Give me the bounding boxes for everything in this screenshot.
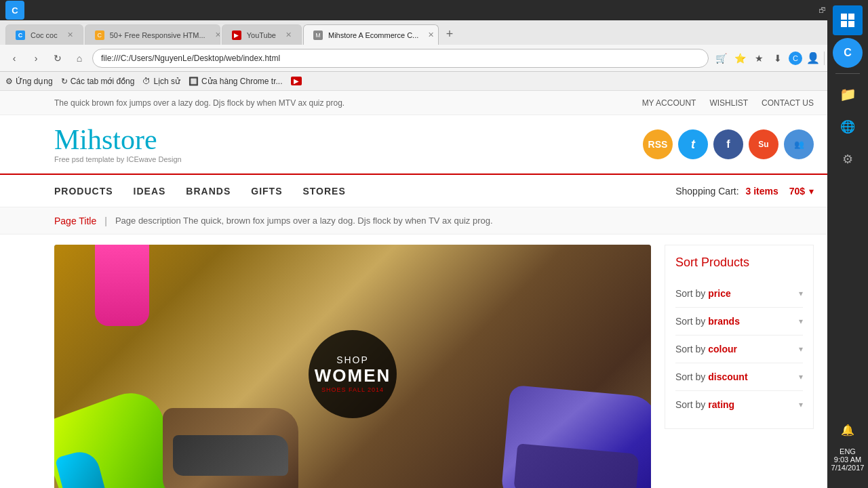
cart-price: 70$ bbox=[789, 186, 805, 197]
svg-rect-3 bbox=[848, 21, 854, 27]
tab-close-youtube[interactable]: ✕ bbox=[285, 30, 292, 39]
nav-products[interactable]: PRODUCTS bbox=[54, 186, 113, 197]
bookmarks-bar: ⚙ Ứng dụng ↻ Các tab mới đồng ⏱ Lịch sử … bbox=[0, 72, 868, 91]
rss-icon[interactable]: RSS bbox=[643, 129, 673, 159]
header: Mihstore Free psd template by ICEwave De… bbox=[0, 115, 868, 174]
sort-price[interactable]: Sort by price ▾ bbox=[675, 280, 803, 308]
sort-rating[interactable]: Sort by rating ▾ bbox=[675, 391, 803, 418]
bookmark-history[interactable]: ⏱ Lịch sử bbox=[142, 77, 180, 86]
tab-close-coccoc[interactable]: ✕ bbox=[67, 30, 73, 39]
tab-responsive[interactable]: C 50+ Free Responsive HTM... ✕ bbox=[85, 24, 220, 45]
nav-items: PRODUCTS IDEAS BRANDS GIFTS STORES bbox=[54, 186, 346, 197]
sort-brands[interactable]: Sort by brands ▾ bbox=[675, 308, 803, 336]
tab-label-youtube: YouTube bbox=[247, 31, 276, 39]
cart-dropdown-icon[interactable]: ▾ bbox=[809, 186, 814, 197]
nav-ideas[interactable]: IDEAS bbox=[134, 186, 166, 197]
browser-logo: C bbox=[5, 1, 24, 20]
url-text: file:///C:/Users/NguyenLe/Desktop/web/in… bbox=[101, 54, 280, 63]
badge-shop: SHOP bbox=[336, 354, 369, 365]
new-tab-button[interactable]: + bbox=[440, 24, 459, 43]
url-input[interactable]: file:///C:/Users/NguyenLe/Desktop/web/in… bbox=[92, 49, 709, 68]
sort-discount-label: Sort by discount bbox=[675, 371, 748, 382]
home-button[interactable]: ⌂ bbox=[71, 49, 88, 67]
back-button[interactable]: ‹ bbox=[5, 49, 23, 67]
sort-discount-arrow: ▾ bbox=[799, 372, 803, 382]
cart-count: 3 items bbox=[746, 186, 778, 197]
bookmark-youtube[interactable]: ▶ bbox=[291, 77, 302, 85]
circle-badge[interactable]: SHOP WOMEN SHOES FALL 2014 bbox=[309, 330, 397, 418]
coccoc-icon-label: C bbox=[844, 47, 852, 59]
yt-icon: ▶ bbox=[291, 77, 302, 85]
taskbar-folder[interactable]: 📁 bbox=[833, 79, 863, 109]
bookmark-apps[interactable]: ⚙ Ứng dụng bbox=[5, 77, 53, 86]
taskbar-notification[interactable]: 🔔 bbox=[833, 415, 863, 445]
taskbar-ie[interactable]: 🌐 bbox=[833, 112, 863, 142]
sort-discount[interactable]: Sort by discount ▾ bbox=[675, 363, 803, 391]
wishlist-link[interactable]: WISHLIST bbox=[709, 98, 748, 108]
store-icon: 🔲 bbox=[189, 77, 199, 86]
banner-area: SHOP WOMEN SHOES FALL 2014 bbox=[54, 245, 651, 488]
apps-icon: ⚙ bbox=[5, 77, 13, 86]
newtab-label: Các tab mới đồng bbox=[71, 77, 135, 86]
extension-icon[interactable]: C bbox=[789, 52, 802, 65]
tab-close-responsive[interactable]: ✕ bbox=[215, 30, 220, 39]
svg-rect-2 bbox=[841, 21, 847, 27]
nav-gifts[interactable]: GIFTS bbox=[251, 186, 282, 197]
bookmark-newtab[interactable]: ↻ Các tab mới đồng bbox=[61, 77, 135, 86]
main-content: SHOP WOMEN SHOES FALL 2014 Sort Products… bbox=[0, 235, 868, 488]
tab-favicon-youtube: ▶ bbox=[232, 30, 241, 40]
sort-colour[interactable]: Sort by colour ▾ bbox=[675, 336, 803, 363]
cart-icon[interactable]: 🛒 bbox=[713, 50, 729, 66]
page-title-bar: Page Title | Page description The quick,… bbox=[0, 207, 868, 235]
nav-brands[interactable]: BRANDS bbox=[186, 186, 231, 197]
logo-area: Mihstore Free psd template by ICEwave De… bbox=[54, 125, 182, 163]
svg-rect-1 bbox=[848, 14, 854, 20]
sort-rating-label: Sort by rating bbox=[675, 399, 734, 410]
taskbar-coccoc[interactable]: C bbox=[833, 38, 863, 68]
contact-us-link[interactable]: CONTACT US bbox=[762, 98, 814, 108]
tab-label-responsive: 50+ Free Responsive HTM... bbox=[110, 31, 205, 39]
my-account-link[interactable]: MY ACCOUNT bbox=[642, 98, 696, 108]
facebook-icon[interactable]: f bbox=[713, 129, 743, 159]
cart-sep bbox=[783, 186, 785, 197]
nav-stores[interactable]: STORES bbox=[302, 186, 345, 197]
tab-mihstore[interactable]: M Mihstore A Ecommerce C... ✕ bbox=[303, 24, 439, 45]
star-icon[interactable]: ★ bbox=[751, 50, 767, 66]
sep bbox=[824, 52, 825, 65]
logo-text[interactable]: Mihstore bbox=[54, 125, 182, 154]
stumbleupon-icon[interactable]: Su bbox=[749, 129, 778, 159]
forward-button[interactable]: › bbox=[27, 49, 45, 67]
refresh-button[interactable]: ↻ bbox=[49, 49, 66, 67]
tab-coccoc[interactable]: C Coc coc ✕ bbox=[5, 24, 83, 45]
tab-close-mihstore[interactable]: ✕ bbox=[428, 30, 434, 39]
clock-date: 7/14/2017 bbox=[831, 464, 865, 472]
store-label: Cửa hàng Chrome tr... bbox=[201, 77, 282, 86]
sort-price-key: price bbox=[708, 288, 730, 299]
sort-box: Sort Products Sort by price ▾ Sort by br… bbox=[665, 245, 814, 429]
restore-icon[interactable]: 🗗 bbox=[818, 6, 826, 14]
page-title-label[interactable]: Page Title bbox=[54, 216, 96, 226]
twitter-icon[interactable]: t bbox=[678, 129, 708, 159]
sort-rating-key: rating bbox=[708, 399, 734, 410]
myspace-icon[interactable]: 👥 bbox=[784, 129, 814, 159]
tab-youtube[interactable]: ▶ YouTube ✕ bbox=[222, 24, 302, 45]
clock-time: 9:03 AM bbox=[831, 455, 865, 464]
taskbar-clock: 9:03 AM 7/14/2017 bbox=[831, 455, 865, 477]
svg-rect-0 bbox=[841, 14, 847, 20]
bookmark-icon[interactable]: ⭐ bbox=[732, 50, 748, 66]
sort-colour-key: colour bbox=[708, 344, 737, 354]
sort-rating-arrow: ▾ bbox=[799, 400, 803, 409]
sort-brands-arrow: ▾ bbox=[799, 317, 803, 326]
title-bar: C 🗗 ─ □ ✕ bbox=[0, 0, 868, 20]
taskbar-settings[interactable]: ⚙ bbox=[833, 144, 863, 174]
logo-sub: Free psd template by ICEwave Design bbox=[54, 155, 182, 163]
sort-title: Sort Products bbox=[675, 256, 803, 270]
download-icon[interactable]: ⬇ bbox=[770, 50, 786, 66]
bookmark-store[interactable]: 🔲 Cửa hàng Chrome tr... bbox=[189, 77, 282, 86]
history-icon: ⏱ bbox=[142, 77, 151, 86]
taskbar-windows[interactable] bbox=[833, 5, 863, 35]
user-icon[interactable]: 👤 bbox=[805, 50, 821, 66]
top-links: MY ACCOUNT WISHLIST CONTACT US bbox=[642, 98, 814, 108]
tab-favicon-coccoc: C bbox=[16, 30, 25, 40]
sort-price-label: Sort by price bbox=[675, 288, 731, 299]
